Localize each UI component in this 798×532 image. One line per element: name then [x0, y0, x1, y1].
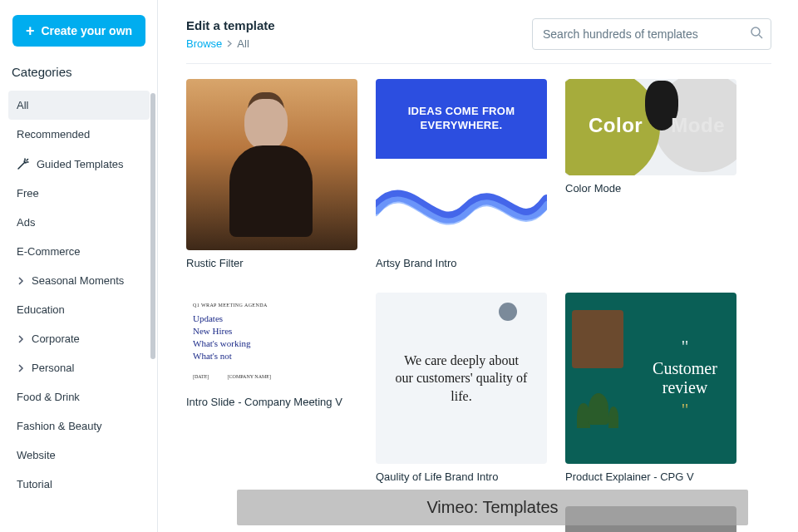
sidebar-item-guided-templates[interactable]: Guided Templates — [8, 149, 150, 179]
template-grid: Rustic Filter IDEAS COME FROM EVERYWHERE… — [186, 79, 771, 532]
caption-overlay: Vimeo: Templates — [237, 490, 748, 525]
template-card-quality-of-life[interactable]: We care deeply about our customers' qual… — [376, 293, 547, 483]
sidebar-item-ads[interactable]: Ads — [8, 208, 150, 237]
categories-heading: Categories — [12, 65, 146, 79]
template-thumbnail — [186, 79, 357, 250]
template-thumbnail: " Customer review " — [565, 293, 736, 464]
quote-open-icon: " — [682, 336, 689, 357]
template-card-intro-slide[interactable]: Q1 WRAP MEETING AGENDA Updates New Hires… — [186, 293, 357, 483]
sidebar-item-free[interactable]: Free — [8, 179, 150, 208]
chevron-right-icon — [17, 335, 25, 343]
wave-graphic — [376, 159, 547, 250]
template-title: Product Explainer - CPG V — [565, 470, 736, 483]
sidebar-item-fashion-beauty[interactable]: Fashion & Beauty — [8, 411, 150, 441]
page-title: Edit a template — [186, 18, 275, 32]
category-list: All Recommended Guided Templates Free Ad… — [8, 91, 150, 499]
template-thumbnail: IDEAS COME FROM EVERYWHERE. — [376, 79, 547, 250]
thumb-text: Customer review — [643, 359, 727, 397]
chevron-right-icon — [17, 364, 25, 372]
svg-point-0 — [751, 27, 760, 36]
breadcrumb: Browse All — [186, 37, 275, 50]
sidebar-item-corporate[interactable]: Corporate — [8, 324, 150, 353]
template-thumbnail: Q1 WRAP MEETING AGENDA Updates New Hires… — [186, 293, 357, 389]
template-title: Rustic Filter — [186, 257, 357, 269]
sidebar-item-website[interactable]: Website — [8, 441, 150, 470]
template-card-product-explainer[interactable]: " Customer review " Product Explainer - … — [565, 293, 736, 483]
breadcrumb-browse[interactable]: Browse — [186, 37, 222, 50]
sidebar-item-personal[interactable]: Personal — [8, 353, 150, 382]
template-thumbnail: We care deeply about our customers' qual… — [376, 293, 547, 464]
sidebar-item-food-drink[interactable]: Food & Drink — [8, 382, 150, 411]
sidebar-item-recommended[interactable]: Recommended — [8, 120, 150, 149]
create-your-own-button[interactable]: + Create your own — [12, 15, 145, 47]
main-content: Edit a template Browse All Rustic Filter — [158, 0, 798, 532]
divider — [157, 0, 158, 532]
divider — [186, 63, 771, 64]
template-thumbnail: Color Mode — [565, 79, 736, 175]
chevron-right-icon — [227, 37, 232, 50]
thumb-text: We care deeply about our customers' qual… — [394, 352, 529, 406]
create-label: Create your own — [41, 24, 132, 37]
template-title: Artsy Brand Intro — [376, 257, 547, 269]
thumb-text: Color — [589, 114, 643, 137]
template-card-artsy-brand-intro[interactable]: IDEAS COME FROM EVERYWHERE. Artsy Brand … — [376, 79, 547, 269]
sidebar-item-all[interactable]: All — [8, 91, 150, 120]
quote-close-icon: " — [682, 399, 689, 421]
plus-icon: + — [26, 23, 35, 38]
sidebar-scrollbar[interactable] — [150, 93, 155, 359]
template-title: Color Mode — [565, 182, 736, 195]
search-input[interactable] — [532, 18, 771, 50]
sidebar-item-education[interactable]: Education — [8, 295, 150, 324]
template-card-rustic-filter[interactable]: Rustic Filter — [186, 79, 357, 269]
thumb-text: Mode — [671, 114, 725, 137]
sidebar-item-tutorial[interactable]: Tutorial — [8, 470, 150, 499]
template-card-color-mode[interactable]: Color Mode Color Mode — [565, 79, 736, 269]
sidebar: + Create your own Categories All Recomme… — [0, 0, 158, 532]
sidebar-item-seasonal-moments[interactable]: Seasonal Moments — [8, 266, 150, 295]
thumb-text: IDEAS COME FROM EVERYWHERE. — [376, 79, 547, 159]
search-icon — [750, 26, 763, 42]
breadcrumb-current: All — [237, 37, 249, 50]
template-title: Intro Slide - Company Meeting V — [186, 396, 357, 408]
wand-icon — [17, 157, 30, 170]
search-container — [532, 18, 771, 50]
sidebar-item-ecommerce[interactable]: E-Commerce — [8, 237, 150, 266]
chevron-right-icon — [17, 277, 25, 285]
template-title: Qaulity of Life Brand Intro — [376, 470, 547, 483]
